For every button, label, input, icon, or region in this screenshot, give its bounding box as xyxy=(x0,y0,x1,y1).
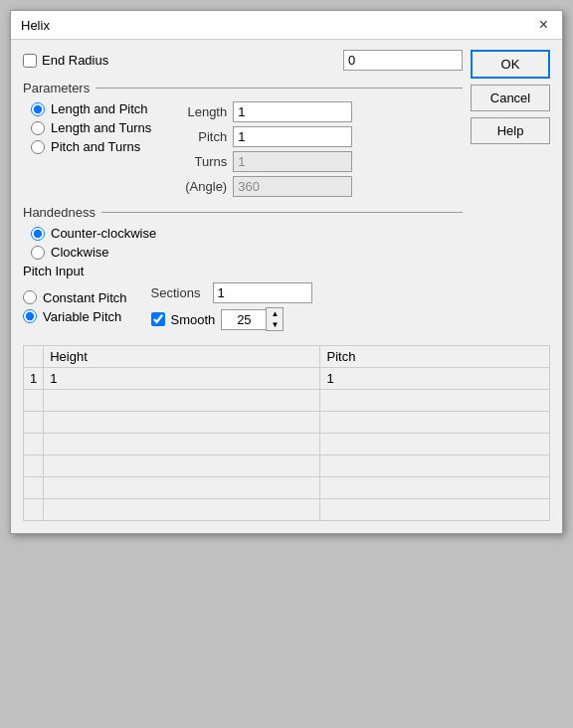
label-length-turns: Length and Turns xyxy=(51,120,151,135)
pitch-input-group: Pitch Input Constant Pitch Variable Pitc… xyxy=(23,264,463,331)
constant-pitch-row: Constant Pitch xyxy=(23,290,127,305)
variable-pitch-row: Variable Pitch xyxy=(23,309,127,324)
table-row-empty-6 xyxy=(24,499,550,521)
smooth-checkbox[interactable] xyxy=(151,312,165,326)
handedness-legend: Handedness xyxy=(23,205,463,220)
table-row-empty-2 xyxy=(24,412,550,434)
label-length-pitch: Length and Pitch xyxy=(51,101,148,116)
row-empty-4-pitch[interactable] xyxy=(320,455,550,477)
table-header-row: Height Pitch xyxy=(24,346,550,368)
angle-label: (Angle) xyxy=(167,179,227,194)
data-table: Height Pitch 1 1 1 xyxy=(23,345,550,521)
row-num-empty-3 xyxy=(24,434,44,455)
left-panel: End Radius Parameters Length and Pitch xyxy=(23,50,463,335)
handedness-radio-group: Counter-clockwise Clockwise xyxy=(23,226,463,260)
param-option-length-turns: Length and Turns xyxy=(31,120,151,135)
angle-row: (Angle) xyxy=(167,176,352,197)
parameters-group: Parameters Length and Pitch Length and T… xyxy=(23,81,463,197)
radio-constant-pitch[interactable] xyxy=(23,290,37,304)
handedness-ccw-row: Counter-clockwise xyxy=(31,226,463,241)
label-constant-pitch: Constant Pitch xyxy=(43,290,127,305)
row-num-empty-4 xyxy=(24,455,44,477)
smooth-row: Smooth ▲ ▼ xyxy=(151,307,312,331)
radio-pitch-turns[interactable] xyxy=(31,140,45,154)
label-pitch-turns: Pitch and Turns xyxy=(51,139,140,154)
radio-length-turns[interactable] xyxy=(31,121,45,135)
radio-counter-clockwise[interactable] xyxy=(31,227,45,241)
table-row-empty-4 xyxy=(24,455,550,477)
row-num-empty-6 xyxy=(24,499,44,521)
pitch-row-area: Constant Pitch Variable Pitch Sections xyxy=(23,282,463,331)
params-area: Length and Pitch Length and Turns Pitch … xyxy=(23,101,463,197)
handedness-cw-row: Clockwise xyxy=(31,245,463,260)
parameters-radio-group: Length and Pitch Length and Turns Pitch … xyxy=(23,101,151,197)
table-wrapper: Height Pitch 1 1 1 xyxy=(11,345,562,533)
row-empty-2-pitch[interactable] xyxy=(320,412,550,434)
title-bar: Helix × xyxy=(11,11,562,40)
pitch-input[interactable] xyxy=(233,126,352,147)
end-radius-checkbox-area: End Radius xyxy=(23,53,108,68)
parameters-legend: Parameters xyxy=(23,81,463,95)
smooth-label: Smooth xyxy=(171,312,216,327)
param-option-pitch-turns: Pitch and Turns xyxy=(31,139,151,154)
pitch-radio-col: Constant Pitch Variable Pitch xyxy=(23,290,127,324)
cancel-button[interactable]: Cancel xyxy=(471,85,550,111)
end-radius-input[interactable] xyxy=(343,50,463,71)
ok-button[interactable]: OK xyxy=(471,50,550,79)
table-header: Height Pitch xyxy=(24,346,550,368)
pitch-row: Pitch xyxy=(167,126,352,147)
radio-clockwise[interactable] xyxy=(31,246,45,260)
row-empty-1-height[interactable] xyxy=(44,390,320,412)
smooth-input[interactable] xyxy=(221,309,266,330)
table-row-empty-1 xyxy=(24,390,550,412)
spinner-down-button[interactable]: ▼ xyxy=(267,319,283,330)
row-empty-2-height[interactable] xyxy=(44,412,320,434)
row-num-empty-2 xyxy=(24,412,44,434)
row-1-pitch[interactable]: 1 xyxy=(320,368,550,390)
row-empty-4-height[interactable] xyxy=(44,455,320,477)
row-empty-3-height[interactable] xyxy=(44,434,320,455)
row-empty-5-pitch[interactable] xyxy=(320,477,550,499)
length-row: Length xyxy=(167,101,352,122)
smooth-spinner: ▲ ▼ xyxy=(221,307,284,331)
sections-smooth-col: Sections Smooth ▲ ▼ xyxy=(151,282,312,331)
angle-input[interactable] xyxy=(233,176,352,197)
pitch-column-header: Pitch xyxy=(320,346,550,368)
label-variable-pitch: Variable Pitch xyxy=(43,309,121,324)
table-row: 1 1 1 xyxy=(24,368,550,390)
label-clockwise: Clockwise xyxy=(51,245,109,260)
table-row-empty-5 xyxy=(24,477,550,499)
right-panel: OK Cancel Help xyxy=(471,50,550,335)
end-radius-label: End Radius xyxy=(42,53,108,68)
row-empty-6-pitch[interactable] xyxy=(320,499,550,521)
row-empty-5-height[interactable] xyxy=(44,477,320,499)
spinner-up-button[interactable]: ▲ xyxy=(267,308,283,319)
label-counter-clockwise: Counter-clockwise xyxy=(51,226,156,241)
parameter-inputs: Length Pitch Turns (Angle) xyxy=(167,101,352,197)
row-empty-1-pitch[interactable] xyxy=(320,390,550,412)
dialog-title: Helix xyxy=(21,18,50,33)
pitch-label: Pitch xyxy=(167,129,227,144)
sections-label: Sections xyxy=(151,285,207,300)
table-body: 1 1 1 xyxy=(24,368,550,521)
length-label: Length xyxy=(167,104,227,119)
close-button[interactable]: × xyxy=(535,17,552,33)
row-num-empty-1 xyxy=(24,390,44,412)
end-radius-checkbox[interactable] xyxy=(23,54,37,68)
turns-input[interactable] xyxy=(233,151,352,172)
spinner-buttons: ▲ ▼ xyxy=(266,307,284,331)
handedness-group: Handedness Counter-clockwise Clockwise xyxy=(23,205,463,260)
sections-input[interactable] xyxy=(213,282,312,303)
row-empty-6-height[interactable] xyxy=(44,499,320,521)
row-empty-3-pitch[interactable] xyxy=(320,434,550,455)
table-row-empty-3 xyxy=(24,434,550,455)
row-1-height[interactable]: 1 xyxy=(44,368,320,390)
row-num-empty-5 xyxy=(24,477,44,499)
help-button[interactable]: Help xyxy=(471,117,550,144)
param-option-length-pitch: Length and Pitch xyxy=(31,101,151,116)
row-num-header xyxy=(24,346,44,368)
radio-length-pitch[interactable] xyxy=(31,102,45,116)
helix-dialog: Helix × End Radius Parameters xyxy=(10,10,563,534)
length-input[interactable] xyxy=(233,101,352,122)
radio-variable-pitch[interactable] xyxy=(23,309,37,323)
